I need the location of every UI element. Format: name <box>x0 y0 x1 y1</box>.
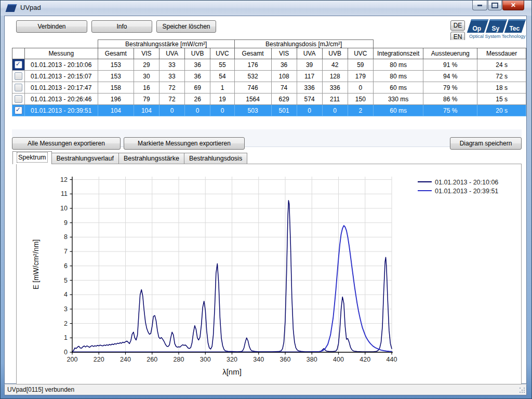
table-cell[interactable]: 0 <box>159 105 184 116</box>
clear-memory-button[interactable]: Speicher löschen <box>156 20 216 33</box>
column-header[interactable]: UVC <box>210 48 234 59</box>
table-cell[interactable]: 79 % <box>423 82 477 94</box>
table-cell[interactable]: 108 <box>271 71 297 82</box>
table-cell[interactable]: 72 <box>159 94 184 105</box>
table-cell[interactable]: 330 ms <box>373 94 423 105</box>
table-cell[interactable]: 0 <box>210 105 234 116</box>
table-cell[interactable]: 86 % <box>423 94 477 105</box>
save-diagram-button[interactable]: Diagram speichern <box>450 137 522 150</box>
column-header[interactable]: Integrationszeit <box>373 48 423 59</box>
table-cell[interactable]: 01.01.2013 - 20:26:46 <box>24 94 98 105</box>
table-cell[interactable]: 153 <box>98 71 134 82</box>
connect-button[interactable]: Verbinden <box>16 20 87 33</box>
column-header[interactable]: Messung <box>24 48 98 59</box>
table-cell[interactable]: 74 <box>271 82 297 94</box>
table-cell[interactable]: 501 <box>271 105 297 116</box>
column-header[interactable]: UVB <box>322 48 348 59</box>
table-row[interactable]: 01.01.2013 - 20:10:061532933365517636394… <box>12 59 526 71</box>
table-cell[interactable]: 01.01.2013 - 20:15:07 <box>24 71 98 82</box>
column-header-check[interactable] <box>12 48 25 59</box>
table-cell[interactable]: 01.01.2013 - 20:17:47 <box>24 82 98 94</box>
resize-grip-icon[interactable] <box>520 388 526 394</box>
table-cell[interactable]: 30 <box>134 71 159 82</box>
table-cell[interactable]: 0 <box>348 82 373 94</box>
table-cell[interactable]: 80 ms <box>373 71 423 82</box>
table-cell[interactable]: 104 <box>134 105 159 116</box>
table-cell[interactable]: 0 <box>185 105 210 116</box>
table-cell[interactable]: 18 s <box>477 82 526 94</box>
table-cell[interactable]: 69 <box>185 82 210 94</box>
table-cell[interactable]: 336 <box>322 82 348 94</box>
table-cell[interactable]: 532 <box>234 71 271 82</box>
row-checkbox[interactable] <box>15 72 22 80</box>
table-cell[interactable]: 19 <box>210 94 234 105</box>
row-checkbox-cell[interactable] <box>12 82 25 94</box>
table-cell[interactable]: 91 % <box>423 59 477 71</box>
table-cell[interactable]: 01.01.2013 - 20:10:06 <box>24 59 98 71</box>
table-cell[interactable]: 336 <box>297 82 322 94</box>
table-row[interactable]: 01.01.2013 - 20:39:511041040005035010026… <box>12 105 526 116</box>
table-cell[interactable]: 629 <box>271 94 297 105</box>
row-checkbox-cell[interactable] <box>12 71 25 82</box>
table-cell[interactable]: 20 s <box>477 105 526 116</box>
table-cell[interactable]: 24 s <box>477 59 526 71</box>
tab-spektrum[interactable]: Spektrum <box>12 151 52 164</box>
table-cell[interactable]: 60 ms <box>373 82 423 94</box>
table-cell[interactable]: 179 <box>348 71 373 82</box>
column-header[interactable]: Gesamt <box>98 48 134 59</box>
column-header[interactable]: Messdauer <box>477 48 526 59</box>
table-cell[interactable]: 33 <box>159 59 184 71</box>
title-bar[interactable]: UVpad ✕ <box>1 1 531 16</box>
table-cell[interactable]: 0 <box>322 105 348 116</box>
table-cell[interactable]: 150 <box>348 94 373 105</box>
table-cell[interactable]: 158 <box>98 82 134 94</box>
table-cell[interactable]: 59 <box>348 59 373 71</box>
table-cell[interactable]: 211 <box>322 94 348 105</box>
row-checkbox-cell[interactable] <box>12 94 25 105</box>
column-header[interactable]: UVA <box>159 48 184 59</box>
table-cell[interactable]: 1564 <box>234 94 271 105</box>
table-cell[interactable]: 36 <box>271 59 297 71</box>
table-cell[interactable]: 60 ms <box>373 105 423 116</box>
table-cell[interactable]: 104 <box>98 105 134 116</box>
column-header[interactable]: Gesamt <box>234 48 271 59</box>
row-checkbox[interactable] <box>15 61 22 69</box>
table-row[interactable]: 01.01.2013 - 20:26:461967972261915646295… <box>12 94 526 105</box>
table-cell[interactable]: 72 s <box>477 71 526 82</box>
column-header[interactable]: VIS <box>271 48 297 59</box>
table-cell[interactable]: 39 <box>297 59 322 71</box>
column-header[interactable]: VIS <box>134 48 159 59</box>
export-all-button[interactable]: Alle Messungen exportieren <box>12 137 121 150</box>
column-header[interactable]: Aussteuerung <box>423 48 477 59</box>
column-header[interactable]: UVC <box>348 48 373 59</box>
row-checkbox[interactable] <box>15 107 22 114</box>
row-checkbox[interactable] <box>15 84 22 91</box>
table-cell[interactable]: 29 <box>134 59 159 71</box>
table-cell[interactable]: 42 <box>322 59 348 71</box>
table-cell[interactable]: 2 <box>348 105 373 116</box>
table-cell[interactable]: 01.01.2013 - 20:39:51 <box>24 105 98 116</box>
table-cell[interactable]: 33 <box>159 71 184 82</box>
column-header[interactable]: UVB <box>185 48 210 59</box>
tab-bestrahlungsverlauf[interactable]: Bestrahlungsverlauf <box>51 153 119 164</box>
table-cell[interactable]: 36 <box>185 71 210 82</box>
table-row[interactable]: 01.01.2013 - 20:17:471581672691746743363… <box>12 82 526 94</box>
table-cell[interactable]: 0 <box>297 105 322 116</box>
tab-bestrahlungsdosis[interactable]: Bestrahlungsdosis <box>184 153 247 164</box>
table-cell[interactable]: 72 <box>159 82 184 94</box>
column-header[interactable]: UVA <box>297 48 322 59</box>
table-row[interactable]: 01.01.2013 - 20:15:071533033365453210811… <box>12 71 526 82</box>
language-de-button[interactable]: DE <box>450 20 465 31</box>
table-cell[interactable]: 153 <box>98 59 134 71</box>
row-checkbox-cell[interactable] <box>12 59 25 71</box>
table-cell[interactable]: 36 <box>185 59 210 71</box>
table-cell[interactable]: 26 <box>185 94 210 105</box>
tab-bestrahlungsstaerke[interactable]: Bestrahlungsstärke <box>118 153 184 164</box>
table-cell[interactable]: 16 <box>134 82 159 94</box>
row-checkbox-cell[interactable] <box>12 105 25 116</box>
table-cell[interactable]: 80 ms <box>373 59 423 71</box>
minimize-button[interactable] <box>472 1 487 10</box>
table-cell[interactable]: 503 <box>234 105 271 116</box>
close-button[interactable]: ✕ <box>502 1 524 10</box>
table-cell[interactable]: 1 <box>210 82 234 94</box>
